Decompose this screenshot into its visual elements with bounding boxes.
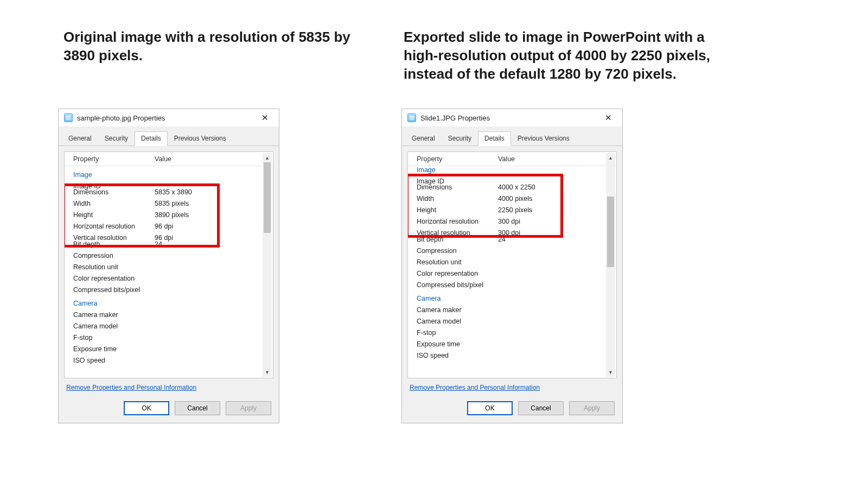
prop-dimensions: Dimensions: [417, 182, 498, 193]
window-title: Slide1.JPG Properties: [420, 114, 597, 122]
scroll-up-icon[interactable]: ▲: [263, 153, 272, 162]
cancel-button[interactable]: Cancel: [518, 401, 564, 415]
val-height: 2250 pixels: [498, 205, 604, 216]
prop-exptime: Exposure time: [73, 344, 155, 355]
details-panel: Property Value Image Image ID Dimensions…: [407, 151, 617, 378]
prop-height: Height: [417, 205, 498, 216]
tab-previous-versions[interactable]: Previous Versions: [168, 131, 233, 146]
ok-button[interactable]: OK: [124, 401, 169, 415]
prop-height: Height: [73, 210, 155, 221]
image-file-icon: [64, 113, 73, 122]
section-camera: Camera: [417, 293, 498, 305]
prop-cammaker: Camera maker: [73, 309, 155, 321]
tab-details[interactable]: Details: [135, 131, 168, 146]
val-dimensions: 4000 x 2250: [498, 182, 604, 193]
dialog-buttons: OK Cancel Apply: [402, 397, 622, 422]
prop-iso: ISO speed: [417, 350, 498, 362]
prop-hres: Horizontal resolution: [417, 216, 498, 227]
section-camera: Camera: [73, 298, 155, 309]
details-panel: Property Value Image Image ID Dimensions…: [64, 151, 273, 378]
prop-bitdepth: Bit depth: [417, 234, 498, 245]
prop-compression: Compression: [417, 245, 498, 257]
tab-strip: General Security Details Previous Versio…: [402, 126, 622, 146]
prop-colorrep: Color representation: [73, 273, 155, 284]
prop-colorrep: Color representation: [417, 268, 498, 280]
properties-dialog-right: Slide1.JPG Properties ✕ General Security…: [401, 109, 623, 423]
window-title: sample-photo.jpg Properties: [77, 114, 254, 122]
prop-iso: ISO speed: [73, 355, 155, 366]
apply-button: Apply: [226, 401, 271, 415]
scroll-thumb[interactable]: [264, 162, 271, 233]
tab-security[interactable]: Security: [442, 131, 478, 146]
val-dimensions: 5835 x 3890: [155, 187, 261, 198]
column-headers: Property Value: [65, 152, 273, 166]
prop-dimensions: Dimensions: [73, 187, 155, 198]
image-file-icon: [407, 113, 416, 122]
tab-details[interactable]: Details: [478, 131, 511, 146]
prop-resunit: Resolution unit: [417, 257, 498, 268]
property-list: Image Image ID Dimensions5835 x 3890 Wid…: [65, 166, 273, 366]
dialog-buttons: OK Cancel Apply: [59, 397, 279, 422]
apply-button: Apply: [569, 401, 615, 415]
scroll-down-icon[interactable]: ▼: [263, 367, 272, 377]
cancel-button[interactable]: Cancel: [175, 401, 220, 415]
val-hres: 300 dpi: [498, 216, 604, 227]
header-value: Value: [155, 155, 171, 163]
titlebar: Slide1.JPG Properties ✕: [402, 109, 622, 126]
val-width: 5835 pixels: [155, 198, 261, 210]
tab-strip: General Security Details Previous Versio…: [59, 126, 279, 146]
prop-bitdepth: Bit depth: [73, 239, 155, 250]
prop-width: Width: [417, 193, 498, 205]
section-image: Image: [73, 169, 155, 181]
scroll-thumb[interactable]: [607, 197, 614, 267]
tab-general[interactable]: General: [62, 131, 98, 146]
val-bitdepth: 24: [155, 239, 261, 250]
close-button[interactable]: ✕: [254, 110, 276, 125]
scrollbar[interactable]: ▲ ▼: [263, 153, 272, 377]
caption-right: Exported slide to image in PowerPoint wi…: [404, 28, 729, 83]
tab-security[interactable]: Security: [98, 131, 135, 146]
prop-cammodel: Camera model: [73, 321, 155, 332]
remove-properties-link[interactable]: Remove Properties and Personal Informati…: [410, 384, 540, 391]
header-value: Value: [498, 155, 515, 163]
prop-cammodel: Camera model: [417, 316, 498, 327]
remove-properties-link[interactable]: Remove Properties and Personal Informati…: [66, 384, 196, 391]
caption-left: Original image with a resolution of 5835…: [63, 28, 367, 65]
prop-fstop: F-stop: [417, 327, 498, 339]
prop-fstop: F-stop: [73, 332, 155, 344]
tab-general[interactable]: General: [405, 131, 442, 146]
val-width: 4000 pixels: [498, 193, 604, 205]
prop-compression: Compression: [73, 250, 155, 262]
prop-hres: Horizontal resolution: [73, 221, 155, 232]
scroll-down-icon[interactable]: ▼: [606, 367, 615, 377]
section-image-clipped: Image: [417, 164, 498, 176]
val-height: 3890 pixels: [155, 210, 261, 221]
ok-button[interactable]: OK: [467, 401, 513, 415]
val-bitdepth: 24: [498, 234, 604, 245]
prop-resunit: Resolution unit: [73, 262, 155, 273]
properties-dialog-left: sample-photo.jpg Properties ✕ General Se…: [58, 109, 279, 423]
val-hres: 96 dpi: [155, 221, 261, 232]
prop-cammaker: Camera maker: [417, 305, 498, 316]
titlebar: sample-photo.jpg Properties ✕: [59, 109, 279, 126]
scroll-up-icon[interactable]: ▲: [606, 153, 615, 162]
close-button[interactable]: ✕: [597, 110, 619, 125]
header-property: Property: [417, 155, 498, 163]
tab-previous-versions[interactable]: Previous Versions: [511, 131, 576, 146]
prop-cbpp: Compressed bits/pixel: [417, 280, 498, 291]
property-list: Image Image ID Dimensions4000 x 2250 Wid…: [408, 166, 616, 362]
scrollbar[interactable]: ▲ ▼: [606, 153, 615, 377]
prop-exptime: Exposure time: [417, 339, 498, 350]
prop-cbpp: Compressed bits/pixel: [73, 284, 155, 296]
prop-width: Width: [73, 198, 155, 210]
header-property: Property: [73, 155, 155, 163]
